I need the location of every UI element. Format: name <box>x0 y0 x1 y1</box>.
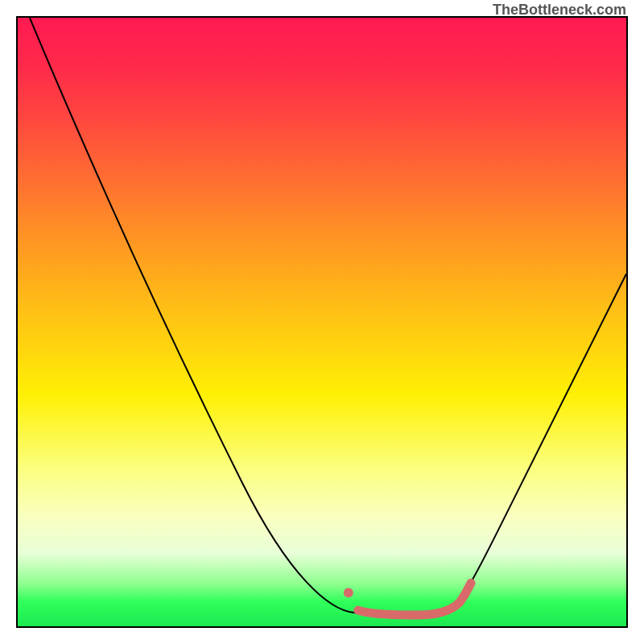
highlight-dot <box>344 588 353 597</box>
chart-container: TheBottleneck.com <box>0 0 644 644</box>
plot-area <box>16 16 628 628</box>
highlight-segment <box>358 583 471 615</box>
main-curve <box>30 18 626 613</box>
chart-svg <box>18 18 626 626</box>
watermark-text: TheBottleneck.com <box>493 2 626 19</box>
